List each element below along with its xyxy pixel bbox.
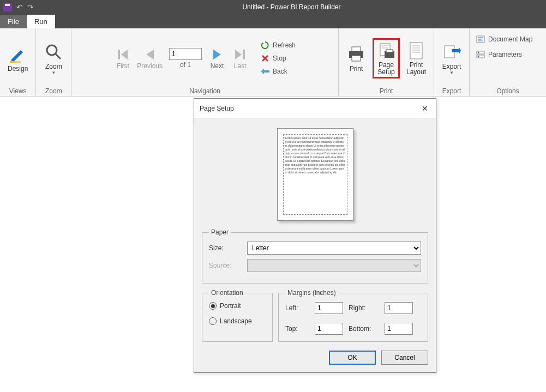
nav-small-buttons: Refresh Stop Back bbox=[256, 40, 298, 77]
dialog-titlebar: Page Setup ✕ bbox=[194, 99, 436, 118]
tab-file[interactable]: File bbox=[0, 15, 27, 28]
tab-run[interactable]: Run bbox=[27, 15, 55, 28]
margin-bottom-input[interactable] bbox=[385, 323, 413, 335]
page-setup-label: Page Setup bbox=[377, 62, 394, 76]
group-zoom-label: Zoom bbox=[40, 86, 67, 95]
size-label: Size: bbox=[209, 244, 242, 252]
design-button[interactable]: Design bbox=[4, 42, 31, 75]
first-button[interactable]: First bbox=[112, 45, 134, 72]
ribbon: Design Views Zoom ▼ Zoom First bbox=[0, 28, 546, 97]
margins-grid: Left: Right: Top: Bottom: bbox=[285, 302, 421, 335]
margins-fieldset: Margins (inches) Left: Right: Top: Botto… bbox=[278, 289, 428, 342]
dialog-body: Lorem ipsum dolor sit amet consectetur a… bbox=[194, 118, 436, 372]
source-label: Source: bbox=[209, 262, 242, 269]
document-map-button[interactable]: Document Map bbox=[474, 34, 535, 45]
svg-rect-1 bbox=[15, 61, 21, 63]
previous-label: Previous bbox=[137, 62, 163, 70]
cancel-button[interactable]: Cancel bbox=[381, 351, 428, 365]
page-setup-button[interactable]: Page Setup bbox=[373, 38, 400, 79]
titlebar: ↶ ↷ Untitled - Power BI Report Builder bbox=[0, 0, 546, 14]
last-button[interactable]: Last bbox=[229, 45, 251, 72]
zoom-label: Zoom bbox=[45, 63, 62, 70]
svg-rect-9 bbox=[352, 47, 361, 51]
print-layout-label: Print Layout bbox=[406, 62, 426, 76]
margin-right-label: Right: bbox=[349, 304, 381, 312]
close-icon[interactable]: ✕ bbox=[419, 104, 430, 113]
zoom-icon bbox=[44, 42, 63, 62]
undo-icon[interactable]: ↶ bbox=[16, 3, 23, 11]
page-of-label: of 1 bbox=[180, 61, 191, 69]
export-icon bbox=[442, 42, 461, 62]
radio-icon bbox=[209, 317, 217, 325]
orientation-margins-row: Orientation Portrait Landscape Margins (… bbox=[202, 289, 428, 347]
page-setup-icon bbox=[376, 41, 396, 61]
group-print-label: Print bbox=[343, 86, 429, 95]
parameters-label: Parameters bbox=[488, 51, 522, 58]
first-icon bbox=[115, 47, 130, 62]
page-preview-text: Lorem ipsum dolor sit amet consectetur a… bbox=[283, 134, 347, 177]
next-button[interactable]: Next bbox=[206, 45, 228, 72]
chevron-down-icon: ▼ bbox=[51, 71, 56, 75]
next-label: Next bbox=[211, 62, 224, 70]
group-views: Design Views bbox=[0, 28, 36, 96]
paper-legend: Paper bbox=[209, 228, 231, 236]
dialog-title: Page Setup bbox=[200, 105, 234, 112]
size-select[interactable]: Letter bbox=[247, 242, 421, 255]
portrait-radio[interactable]: Portrait bbox=[209, 302, 266, 310]
page-number-input[interactable] bbox=[169, 48, 202, 60]
source-select bbox=[247, 259, 421, 272]
parameters-button[interactable]: Parameters bbox=[474, 49, 524, 60]
portrait-label: Portrait bbox=[220, 302, 241, 310]
svg-point-2 bbox=[47, 45, 57, 55]
ribbon-tabs: File Run bbox=[0, 14, 546, 28]
group-options-label: Options bbox=[474, 86, 542, 95]
group-views-label: Views bbox=[4, 86, 31, 95]
stop-icon bbox=[261, 54, 269, 63]
svg-rect-5 bbox=[243, 50, 245, 59]
quick-access-toolbar: ↶ ↷ bbox=[0, 3, 37, 11]
document-map-label: Document Map bbox=[488, 35, 532, 43]
group-navigation-label: Navigation bbox=[76, 86, 334, 95]
first-label: First bbox=[117, 62, 129, 70]
page-setup-dialog: Page Setup ✕ Lorem ipsum dolor sit amet … bbox=[194, 98, 436, 373]
design-label: Design bbox=[8, 65, 28, 73]
margin-left-input[interactable] bbox=[315, 302, 343, 314]
source-row: Source: bbox=[209, 259, 421, 272]
refresh-button[interactable]: Refresh bbox=[259, 40, 298, 51]
svg-point-29 bbox=[478, 56, 479, 57]
previous-button[interactable]: Previous bbox=[135, 45, 165, 72]
margin-top-input[interactable] bbox=[315, 323, 343, 335]
svg-line-3 bbox=[56, 54, 61, 59]
group-export-label: Export bbox=[439, 86, 465, 95]
ok-button[interactable]: OK bbox=[329, 351, 376, 365]
print-icon bbox=[346, 44, 366, 64]
paper-fieldset: Paper Size: Letter Source: bbox=[202, 228, 428, 284]
size-row: Size: Letter bbox=[209, 242, 421, 255]
print-button[interactable]: Print bbox=[343, 42, 369, 75]
back-label: Back bbox=[273, 68, 287, 75]
margins-legend: Margins (inches) bbox=[285, 289, 338, 297]
print-layout-button[interactable]: Print Layout bbox=[403, 39, 429, 78]
back-button[interactable]: Back bbox=[259, 66, 298, 77]
margin-right-input[interactable] bbox=[385, 302, 413, 314]
redo-icon[interactable]: ↷ bbox=[27, 3, 34, 11]
margin-left-label: Left: bbox=[285, 304, 311, 312]
page-preview-page: Lorem ipsum dolor sit amet consectetur a… bbox=[277, 128, 353, 221]
landscape-radio[interactable]: Landscape bbox=[209, 317, 266, 325]
chevron-down-icon: ▼ bbox=[449, 71, 454, 75]
back-icon bbox=[261, 67, 269, 76]
svg-point-28 bbox=[478, 52, 479, 53]
landscape-label: Landscape bbox=[220, 317, 252, 325]
print-label: Print bbox=[350, 65, 363, 73]
refresh-icon bbox=[261, 41, 269, 50]
group-options: Document Map Parameters Options bbox=[470, 28, 546, 96]
stop-button[interactable]: Stop bbox=[259, 53, 298, 64]
margin-bottom-label: Bottom: bbox=[349, 325, 381, 333]
last-label: Last bbox=[234, 62, 247, 70]
save-icon[interactable] bbox=[3, 3, 12, 11]
next-icon bbox=[209, 47, 225, 62]
group-navigation: First Previous of 1 Next Last R bbox=[71, 28, 339, 96]
zoom-button[interactable]: Zoom ▼ bbox=[40, 40, 67, 77]
export-button[interactable]: Export ▼ bbox=[439, 40, 465, 77]
svg-rect-16 bbox=[410, 43, 422, 59]
